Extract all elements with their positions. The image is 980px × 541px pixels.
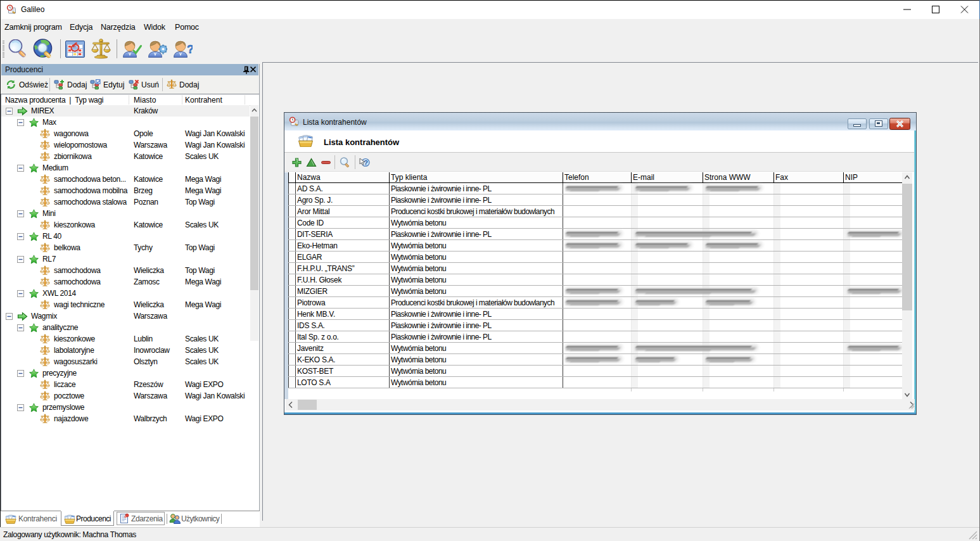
svg-text:?: ? bbox=[364, 159, 368, 167]
svg-text:?: ? bbox=[187, 43, 193, 56]
